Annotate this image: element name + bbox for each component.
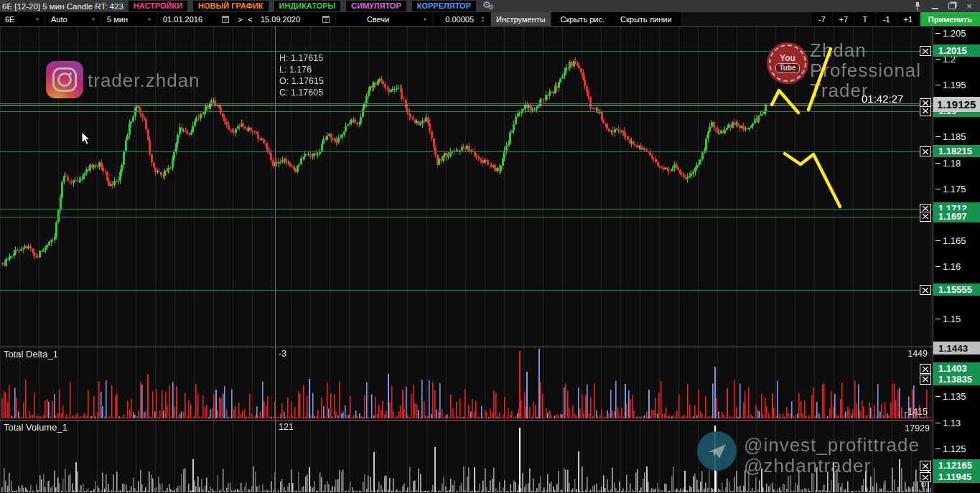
crosshair-vertical-line	[275, 27, 276, 493]
chevron-down-icon: ▼	[147, 17, 151, 22]
mode-select[interactable]: Auto▼	[46, 12, 101, 26]
gear-icon[interactable]: ⚙⚙	[482, 0, 494, 12]
nav-button-minus7[interactable]: -7	[812, 12, 832, 26]
menu-item-2[interactable]: НОВЫЙ ГРАФИК	[193, 1, 268, 11]
date-to-field[interactable]: 15.09.20207	[256, 12, 335, 26]
symbol-select[interactable]: 6Е▼	[0, 12, 45, 26]
close-level-checkbox-1.13835[interactable]	[920, 375, 931, 385]
price-tick-1.18: 1.18	[935, 157, 961, 169]
close-level-checkbox-1.18215[interactable]	[920, 146, 931, 156]
price-level-line-1.1697[interactable]	[0, 217, 933, 217]
window-controls: ×	[913, 2, 980, 11]
step-back-button[interactable]: <	[246, 12, 255, 26]
chevron-down-icon: ▼	[35, 17, 39, 22]
telegram-icon	[697, 431, 737, 471]
price-tick-1.15: 1.15	[935, 313, 961, 324]
nav-button-T[interactable]: T	[855, 12, 875, 26]
marker-price-badge: 1.1443	[933, 342, 980, 355]
price-tick-1.125: 1.125	[935, 443, 966, 454]
calendar-icon[interactable]: 7	[222, 16, 229, 23]
instagram-icon	[46, 61, 83, 98]
close-level-checkbox-1.12165[interactable]	[920, 461, 931, 471]
tick-size-spinner[interactable]: 0.00005 ▲▼	[434, 12, 490, 26]
panel-separator-volume[interactable]	[0, 420, 933, 421]
youtube-watermark-2: Professional	[810, 60, 921, 82]
apply-button[interactable]: Применить	[920, 12, 980, 26]
instagram-watermark: trader.zhdan	[88, 70, 200, 92]
price-tick-1.165: 1.165	[935, 235, 966, 247]
step-forward-button[interactable]: >	[235, 12, 245, 26]
level-badge-1.11945: 1.11945	[933, 471, 980, 483]
level-badge-1.13835: 1.13835	[933, 373, 980, 385]
price-tick-1.16: 1.16	[935, 261, 961, 273]
price-tick-1.195: 1.195	[935, 79, 966, 90]
main-menu: НАСТРОЙКИНОВЫЙ ГРАФИКИНДИКАТОРЫСИМУЛЯТОР…	[129, 1, 476, 11]
tools-button[interactable]: Инструменты	[491, 12, 551, 26]
pin-icon[interactable]	[913, 2, 922, 11]
timeframe-select[interactable]: 5 мин▼	[102, 12, 157, 26]
volume-panel-title: Total Volume_1	[4, 422, 67, 433]
spinner-arrows-icon[interactable]: ▲▼	[481, 16, 485, 23]
chart-nav-group: -7+7T-1+1 Применить	[811, 12, 980, 26]
price-level-line-1.15555[interactable]	[0, 290, 933, 291]
youtube-watermark-3: Trader	[810, 80, 869, 102]
price-level-line-1.18215[interactable]	[0, 151, 933, 152]
close-level-checkbox-1.11945[interactable]	[920, 472, 931, 482]
hide-buttons-group: Скрыть рис. Скрыть линии	[552, 12, 681, 26]
toolbar: 6Е▼ Auto▼ 5 мин▼ 01.01.20167 > < 15.09.2…	[0, 12, 980, 27]
maximize-button[interactable]	[948, 2, 956, 11]
minimize-button[interactable]	[930, 2, 939, 11]
date-from-field[interactable]: 01.01.20167	[158, 12, 234, 26]
menu-item-3[interactable]: ИНДИКАТОРЫ	[274, 1, 341, 11]
price-level-line-1.1915[interactable]	[0, 103, 933, 104]
menu-item-1[interactable]: НАСТРОЙКИ	[129, 1, 187, 11]
calendar-icon[interactable]: 7	[322, 16, 330, 23]
close-level-checkbox-1.19[interactable]	[920, 106, 931, 116]
volume-max-value: 17929	[905, 423, 930, 433]
close-level-checkbox-1.2015[interactable]	[920, 46, 931, 56]
close-level-checkbox-1.1403[interactable]	[920, 364, 931, 374]
countdown-clock: 01:42:27	[862, 93, 903, 105]
trading-terminal-window: { "colors": { "menu_items": ["#ff3fa0", …	[0, 0, 980, 493]
nav-button-plus7[interactable]: +7	[834, 12, 854, 26]
telegram-watermark-1: @invest_profittrade	[744, 434, 920, 456]
chart-area[interactable]: H: 1.17615L: 1.176O: 1.17615C: 1.17605 0…	[0, 27, 980, 493]
price-tick-1.135: 1.135	[935, 391, 966, 403]
nav-button-plus1[interactable]: +1	[898, 12, 918, 26]
hide-lines-button[interactable]: Скрыть линии	[620, 15, 672, 24]
chevron-down-icon: ▼	[91, 17, 95, 22]
current-price-line	[0, 105, 933, 105]
price-scale[interactable]: 1.19125 1.1443 1.2051.21.1951.191.1851.1…	[933, 27, 980, 493]
youtube-watermark-1: Zhdan	[810, 39, 867, 62]
panel-separator-delta[interactable]	[0, 347, 933, 347]
delta-panel-title: Total Delta_1	[4, 349, 58, 360]
price-level-line-1.19[interactable]	[0, 111, 933, 112]
level-badge-1.15555: 1.15555	[933, 283, 980, 296]
close-button[interactable]: ×	[965, 2, 974, 11]
price-tick-1.13: 1.13	[935, 417, 961, 428]
telegram-watermark-2: @zhdantrader	[744, 455, 871, 477]
ohlc-readout: H: 1.17615L: 1.176O: 1.17615C: 1.17605	[279, 29, 324, 121]
level-badge-1.18215: 1.18215	[933, 145, 980, 157]
nav-button-minus1[interactable]: -1	[877, 12, 897, 26]
paper-plane-icon	[707, 443, 727, 460]
titlebar: 6E [12-20] 5 мин Candle RT: 423 НАСТРОЙК…	[0, 0, 980, 12]
price-tick-1.175: 1.175	[935, 183, 966, 194]
chart-type-select[interactable]: Свечи▼	[336, 12, 432, 26]
level-badge-1.12165: 1.12165	[933, 459, 980, 471]
nav-buttons: -7+7T-1+1	[811, 12, 918, 26]
close-level-checkbox-1.1697[interactable]	[920, 212, 931, 222]
price-level-line-1.1712[interactable]	[0, 209, 933, 210]
window-title: 6E [12-20] 5 мин Candle RT: 423	[2, 2, 123, 11]
close-level-checkbox-1.15555[interactable]	[920, 285, 931, 295]
price-tick-1.205: 1.205	[935, 27, 966, 39]
delta-max-value: 1449	[907, 349, 928, 359]
level-badge-1.1697: 1.1697	[933, 210, 980, 222]
chevron-down-icon: ▼	[423, 17, 427, 22]
delta-min-value: -1415	[905, 407, 928, 417]
candlestick-chart-canvas[interactable]	[0, 27, 933, 493]
delta-cursor-value: -3	[279, 349, 286, 359]
menu-item-5[interactable]: КОРРЕЛЯТОР	[412, 1, 476, 11]
hide-drawings-button[interactable]: Скрыть рис.	[561, 15, 605, 24]
menu-item-4[interactable]: СИМУЛЯТОР	[346, 1, 406, 11]
